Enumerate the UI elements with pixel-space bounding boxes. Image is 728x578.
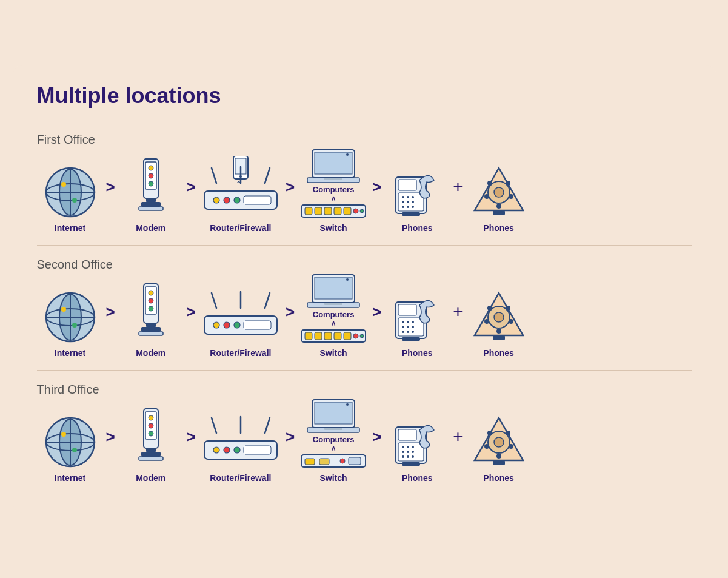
svg-rect-149: [305, 459, 315, 465]
switch-device-2: Computers ∧ Sw: [297, 278, 370, 358]
modem-label-1: Modem: [136, 223, 165, 233]
svg-point-96: [353, 334, 358, 338]
svg-rect-134: [139, 457, 163, 460]
internet-device-2: Internet: [37, 278, 104, 358]
svg-point-39: [360, 209, 364, 213]
page-title: Multiple locations: [37, 83, 692, 109]
internet-device-1: Internet: [37, 153, 104, 233]
phone-icon-2: [393, 278, 441, 344]
router-device-2: Router/Firewall: [198, 278, 283, 358]
svg-point-45: [412, 196, 414, 198]
svg-point-38: [353, 209, 358, 213]
svg-point-140: [224, 447, 230, 453]
plus-3: +: [453, 427, 463, 446]
svg-point-55: [494, 187, 504, 197]
svg-point-164: [412, 455, 414, 458]
svg-rect-99: [398, 304, 416, 315]
svg-rect-95: [344, 332, 351, 340]
svg-point-101: [402, 321, 404, 323]
chevron-up-1: ∧: [330, 194, 336, 203]
svg-point-56: [487, 181, 492, 186]
modem-label-3: Modem: [136, 473, 165, 483]
router-icon-2: [198, 278, 283, 344]
svg-rect-52: [402, 212, 420, 216]
svg-point-68: [72, 323, 77, 328]
third-office-row: Third Office Internet >: [37, 371, 692, 495]
svg-point-25: [234, 197, 240, 203]
svg-line-20: [265, 168, 270, 183]
svg-point-44: [407, 196, 409, 198]
router-icon-1: ⌃: [198, 153, 283, 220]
svg-point-9: [149, 166, 153, 170]
modem-device-3: Modem: [118, 403, 184, 483]
svg-point-103: [412, 321, 414, 323]
svg-point-160: [407, 451, 409, 453]
svg-point-51: [412, 206, 414, 208]
svg-point-114: [487, 306, 492, 311]
internet-icon-1: [43, 153, 98, 220]
svg-point-108: [407, 331, 409, 333]
svg-point-82: [224, 322, 230, 328]
plus-2: +: [453, 302, 463, 321]
svg-point-50: [407, 206, 409, 208]
svg-line-137: [265, 418, 270, 433]
svg-rect-35: [324, 207, 332, 215]
conf-phones-label-2: Phones: [483, 348, 514, 358]
svg-rect-93: [324, 332, 332, 340]
svg-point-151: [340, 459, 345, 463]
svg-rect-33: [305, 207, 312, 215]
svg-point-104: [402, 326, 404, 328]
svg-rect-154: [398, 429, 416, 440]
conf-phone-icon-1: [472, 153, 526, 220]
arrow-1-1: >: [106, 178, 115, 197]
svg-rect-14: [139, 207, 163, 210]
svg-rect-61: [493, 210, 505, 215]
phone-icon-3: [393, 403, 441, 469]
computers-label-2: Computers: [313, 310, 355, 319]
svg-point-11: [149, 181, 153, 186]
svg-point-5: [61, 182, 66, 187]
svg-point-10: [149, 173, 153, 178]
phone-device-2: Phones: [384, 278, 450, 358]
svg-rect-74: [146, 323, 156, 327]
arrow-2-3: >: [286, 303, 295, 321]
phone-device-3: Phones: [384, 403, 450, 483]
internet-label-1: Internet: [55, 223, 85, 233]
svg-point-60: [496, 204, 501, 209]
svg-point-105: [407, 326, 409, 328]
svg-point-158: [412, 446, 414, 448]
svg-rect-152: [349, 457, 361, 465]
svg-rect-147: [324, 428, 342, 430]
first-office-row: First Office Internet >: [37, 121, 692, 246]
svg-point-72: [149, 298, 153, 303]
svg-point-48: [412, 201, 414, 203]
arrow-1-2: >: [187, 178, 196, 197]
svg-rect-92: [315, 332, 322, 340]
first-office-flow: Internet > Modem: [37, 153, 692, 233]
modem-icon-1: [133, 153, 169, 220]
phones-label-3: Phones: [402, 473, 433, 483]
svg-rect-132: [146, 448, 156, 452]
arrow-2-2: >: [187, 303, 196, 321]
router-label-2: Router/Firewall: [210, 348, 271, 358]
switch-label-1: Switch: [320, 223, 347, 233]
router-label-1: Router/Firewall: [210, 223, 271, 233]
switch-icon-2: Computers ∧: [300, 278, 367, 344]
computers-label-3: Computers: [313, 435, 355, 444]
svg-rect-26: [244, 196, 271, 204]
svg-point-172: [509, 444, 513, 449]
svg-point-43: [402, 196, 404, 198]
switch-icon-3: Computers ∧: [300, 403, 367, 469]
internet-device-3: Internet: [37, 403, 104, 483]
modem-device-1: Modem: [118, 153, 184, 233]
svg-line-79: [265, 293, 270, 308]
conf-phone-device-1: Phones: [466, 153, 532, 233]
first-office-label: First Office: [37, 133, 692, 147]
switch-computers-2: Computers ∧: [300, 274, 367, 344]
svg-line-77: [212, 293, 216, 308]
second-office-label: Second Office: [37, 258, 692, 272]
svg-point-156: [402, 446, 404, 448]
svg-point-6: [72, 198, 77, 203]
svg-point-109: [412, 331, 414, 333]
internet-label-2: Internet: [55, 348, 85, 358]
